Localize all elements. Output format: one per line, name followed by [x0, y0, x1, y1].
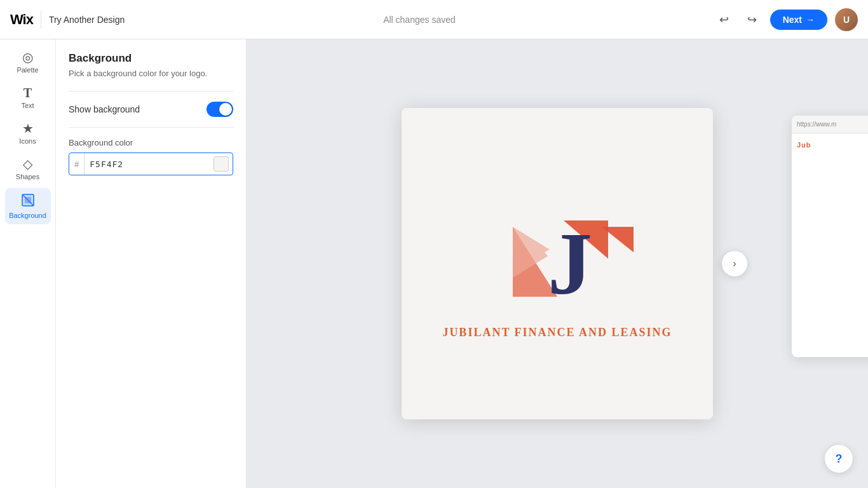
background-color-label: Background color [69, 138, 233, 147]
palette-icon: ◎ [22, 51, 33, 64]
undo-button[interactable]: ↩ [714, 10, 735, 30]
panel-title: Background [69, 52, 233, 65]
shapes-icon: ◇ [23, 158, 32, 170]
mockup-logo-text: Jub [797, 141, 868, 149]
sidebar-item-palette[interactable]: ◎ Palette [5, 46, 51, 79]
canvas-area: J Jubilant Finance and Leasing › https:/… [247, 39, 868, 488]
header-divider [41, 11, 41, 29]
sidebar-shapes-label: Shapes [16, 173, 39, 180]
mockup-url-text: https://www.m [797, 121, 836, 128]
avatar[interactable]: U [835, 8, 858, 31]
mockup-url-bar: https://www.m [792, 116, 868, 133]
main-layout: ◎ Palette T Text ★ Icons ◇ Shapes Ba [0, 39, 868, 488]
next-arrow-icon: → [806, 15, 815, 25]
color-input-row[interactable]: # [69, 152, 233, 175]
background-icon [21, 193, 35, 209]
panel-divider [69, 91, 233, 92]
header: Wix Try Another Design All changes saved… [0, 0, 868, 39]
icons-icon: ★ [22, 122, 34, 135]
wix-logo: Wix [10, 11, 33, 28]
redo-button[interactable]: ↪ [742, 10, 763, 30]
redo-icon: ↪ [747, 13, 757, 27]
panel: Background Pick a background color for y… [56, 39, 247, 488]
sidebar-item-shapes[interactable]: ◇ Shapes [5, 152, 51, 186]
sidebar-palette-label: Palette [17, 66, 38, 74]
sidebar-icons-label: Icons [19, 137, 36, 145]
sidebar-item-background[interactable]: Background [5, 188, 51, 224]
logo-graphic: J [456, 189, 659, 316]
logo-company-name: Jubilant Finance and Leasing [442, 326, 672, 339]
toggle-knob [219, 103, 232, 116]
color-hash-symbol: # [69, 153, 85, 175]
show-background-row: Show background [69, 102, 233, 117]
svg-text:J: J [548, 214, 592, 313]
sidebar-text-label: Text [21, 102, 34, 109]
help-button[interactable]: ? [825, 445, 853, 473]
header-center: All changes saved [125, 15, 714, 25]
icon-sidebar: ◎ Palette T Text ★ Icons ◇ Shapes Ba [0, 39, 56, 488]
text-icon: T [24, 86, 32, 99]
help-icon: ? [836, 452, 843, 466]
mockup-content: Jub [792, 133, 868, 156]
undo-icon: ↩ [719, 13, 729, 27]
logo-preview-card: J Jubilant Finance and Leasing [402, 108, 713, 419]
next-button[interactable]: Next → [770, 10, 827, 30]
header-title: Try Another Design [49, 15, 125, 25]
sidebar-background-label: Background [9, 212, 46, 219]
color-swatch[interactable] [214, 156, 229, 172]
nav-next-arrow[interactable]: › [722, 251, 747, 276]
header-left: Wix Try Another Design [10, 11, 125, 29]
next-label: Next [783, 15, 802, 25]
show-background-toggle[interactable] [207, 102, 233, 117]
mockup-preview-card: https://www.m Jub [792, 116, 868, 357]
sidebar-item-icons[interactable]: ★ Icons [5, 117, 51, 150]
all-changes-saved-text: All changes saved [383, 15, 456, 25]
color-value-input[interactable] [85, 159, 214, 169]
panel-divider-2 [69, 127, 233, 128]
panel-subtitle: Pick a background color for your logo. [69, 69, 233, 78]
header-right: ↩ ↪ Next → U [714, 8, 858, 31]
show-background-label: Show background [69, 104, 140, 114]
sidebar-item-text[interactable]: T Text [5, 81, 51, 114]
